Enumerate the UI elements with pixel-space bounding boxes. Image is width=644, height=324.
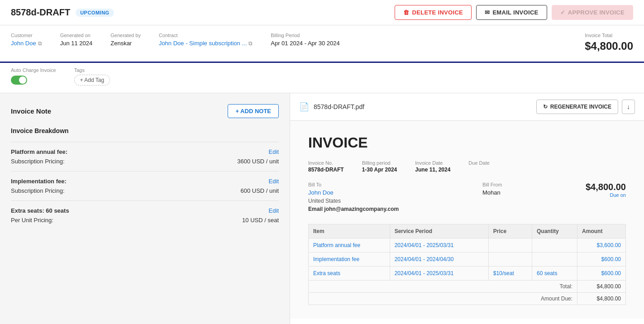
billing-period-meta: Billing Period Apr 01 2024 - Apr 30 2024 — [271, 33, 340, 52]
top-bar-right: 🗑 DELETE INVOICE ✉ EMAIL INVOICE ✓ APPRO… — [395, 5, 633, 20]
breakdown-groups: Platform annual fee:EditSubscription Pri… — [11, 142, 279, 230]
breakdown-sub-label: Per Unit Pricing: — [11, 217, 53, 224]
invoice-note-header: Invoice Note + ADD NOTE — [11, 104, 279, 118]
breakdown-group: Platform annual fee:EditSubscription Pri… — [11, 142, 279, 171]
email-invoice-button[interactable]: ✉ EMAIL INVOICE — [476, 5, 547, 20]
generated-by-meta: Generated by Zenskar — [110, 33, 141, 52]
copy-contract-icon[interactable]: ⧉ — [248, 40, 253, 47]
invoice-no-meta: Invoice No. 8578d-DRAFT — [308, 160, 344, 173]
breakdown-title: Invoice Breakdown — [11, 127, 279, 134]
breakdown-sub-value: 600 USD / unit — [240, 187, 279, 194]
breakdown-edit-button[interactable]: Edit — [269, 148, 279, 155]
table-cell-price — [488, 253, 532, 267]
invoice-meta-row: Invoice No. 8578d-DRAFT Billing period 1… — [308, 160, 626, 173]
email-icon: ✉ — [485, 9, 490, 16]
invoice-due-date-meta: Due Date — [468, 160, 489, 173]
breakdown-group-name: Extra seats: 60 seats — [11, 207, 69, 214]
breakdown-row: Per Unit Pricing:10 USD / seat — [11, 217, 279, 224]
trash-icon: 🗑 — [403, 9, 409, 16]
delete-invoice-button[interactable]: 🗑 DELETE INVOICE — [395, 5, 472, 20]
table-cell-amount: $600.00 — [577, 267, 626, 281]
add-note-button[interactable]: + ADD NOTE — [228, 104, 279, 118]
breakdown-edit-button[interactable]: Edit — [269, 178, 279, 185]
table-cell-item: Implementation fee — [309, 253, 390, 267]
invoice-table: ItemService PeriodPriceQuantityAmount Pl… — [308, 224, 626, 305]
auto-charge-meta: Auto Charge Invoice — [11, 67, 56, 86]
main-content: Invoice Note + ADD NOTE Invoice Breakdow… — [0, 93, 644, 324]
add-tag-button[interactable]: + Add Tag — [74, 75, 110, 86]
table-cell-amount: $600.00 — [577, 253, 626, 267]
invoice-table-body: Platform annual fee2024/04/01 - 2025/03/… — [309, 238, 626, 281]
total-label: Total: — [309, 281, 577, 293]
invoice-id: 8578d-DRAFT — [11, 7, 70, 18]
contract-value: John Doe - Simple subscription ... ⧉ — [159, 40, 253, 47]
table-header-cell: Quantity — [532, 224, 577, 238]
breakdown-group-name: Implementation fee: — [11, 178, 67, 185]
invoice-title: INVOICE — [308, 134, 626, 151]
breakdown-row: Subscription Pricing:3600 USD / unit — [11, 158, 279, 165]
pdf-actions: ↻ REGENERATE INVOICE ↓ — [536, 100, 635, 114]
breakdown-sub-label: Subscription Pricing: — [11, 158, 65, 165]
table-header-cell: Amount — [577, 224, 626, 238]
table-cell-amount: $3,600.00 — [577, 238, 626, 253]
invoice-table-header: ItemService PeriodPriceQuantityAmount — [309, 224, 626, 238]
check-icon: ✓ — [560, 9, 565, 16]
generated-on-meta: Generated on Jun 11 2024 — [60, 33, 93, 52]
breakdown-group-name: Platform annual fee: — [11, 148, 67, 155]
table-cell-item: Extra seats — [309, 267, 390, 281]
pdf-header: 📄 8578d-DRAFT.pdf ↻ REGENERATE INVOICE ↓ — [290, 93, 644, 121]
approve-invoice-button: ✓ APPROVE INVOICE — [552, 5, 633, 20]
pdf-title: 📄 8578d-DRAFT.pdf — [299, 102, 364, 112]
invoice-total-col: $4,800.00 Due on — [586, 182, 626, 212]
contract-meta: Contract John Doe - Simple subscription … — [159, 33, 253, 52]
invoice-date-meta: Invoice Date June 11, 2024 — [415, 160, 450, 173]
table-cell-price: $10/seat — [488, 267, 532, 281]
auto-charge-toggle[interactable] — [11, 76, 27, 85]
customer-value: John Doe ⧉ — [11, 40, 42, 47]
breakdown-row: Subscription Pricing:600 USD / unit — [11, 187, 279, 194]
top-bar: 8578d-DRAFT UPCOMING 🗑 DELETE INVOICE ✉ … — [0, 0, 644, 25]
table-cell-period: 2024/04/01 - 2025/03/31 — [390, 238, 488, 253]
bill-to-email: Email john@amazingcompany.com — [308, 206, 399, 212]
invoice-total-meta: Invoice Total $4,800.00 — [585, 33, 633, 52]
bill-to-col: Bill To John Doe United States Email joh… — [308, 182, 399, 212]
amount-due-label: Amount Due: — [309, 293, 577, 305]
customer-meta: Customer John Doe ⧉ — [11, 33, 42, 52]
invoice-bill-row: Bill To John Doe United States Email joh… — [308, 182, 626, 217]
breakdown-sub-value: 3600 USD / unit — [237, 158, 279, 165]
bill-from-col: Bill From Mohan — [482, 182, 502, 212]
download-button[interactable]: ↓ — [622, 100, 635, 114]
download-icon: ↓ — [627, 103, 630, 110]
table-header-cell: Item — [309, 224, 390, 238]
pdf-icon: 📄 — [299, 102, 309, 112]
regenerate-invoice-button[interactable]: ↻ REGENERATE INVOICE — [536, 100, 618, 114]
meta-bar-2: Auto Charge Invoice Tags + Add Tag — [0, 63, 644, 93]
table-row: Extra seats2024/04/01 - 2025/03/31$10/se… — [309, 267, 626, 281]
status-badge: UPCOMING — [76, 9, 114, 17]
meta-bar: Customer John Doe ⧉ Generated on Jun 11 … — [0, 25, 644, 63]
table-row: Platform annual fee2024/04/01 - 2025/03/… — [309, 238, 626, 253]
copy-customer-icon[interactable]: ⧉ — [38, 40, 42, 47]
invoice-preview: INVOICE Invoice No. 8578d-DRAFT Billing … — [290, 121, 644, 319]
breakdown-sub-value: 10 USD / seat — [242, 217, 279, 224]
tags-meta: Tags + Add Tag — [74, 67, 110, 86]
table-cell-quantity: 60 seats — [532, 267, 577, 281]
amount-due-value: $4,800.00 — [577, 293, 626, 305]
table-cell-quantity — [532, 253, 577, 267]
table-cell-quantity — [532, 238, 577, 253]
table-header-cell: Price — [488, 224, 532, 238]
breakdown-sub-label: Subscription Pricing: — [11, 187, 65, 194]
right-panel: 📄 8578d-DRAFT.pdf ↻ REGENERATE INVOICE ↓… — [290, 93, 644, 324]
table-cell-price — [488, 238, 532, 253]
breakdown-group: Implementation fee:EditSubscription Pric… — [11, 171, 279, 200]
left-panel: Invoice Note + ADD NOTE Invoice Breakdow… — [0, 93, 290, 324]
table-cell-period: 2024/04/01 - 2024/04/30 — [390, 253, 488, 267]
breakdown-edit-button[interactable]: Edit — [269, 207, 279, 214]
total-value: $4,800.00 — [577, 281, 626, 293]
refresh-icon: ↻ — [543, 104, 548, 110]
table-cell-period: 2024/04/01 - 2025/03/31 — [390, 267, 488, 281]
top-bar-left: 8578d-DRAFT UPCOMING — [11, 7, 114, 18]
invoice-note-title: Invoice Note — [11, 107, 51, 115]
table-cell-item: Platform annual fee — [309, 238, 390, 253]
table-header-cell: Service Period — [390, 224, 488, 238]
